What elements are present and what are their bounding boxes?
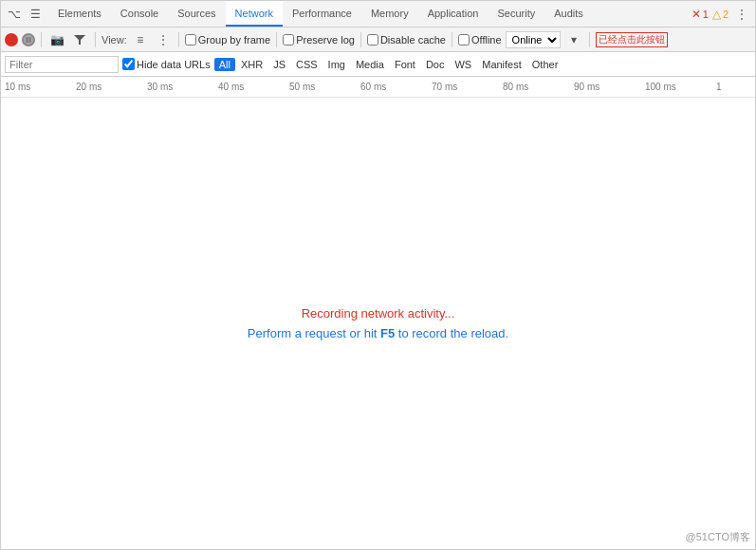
tab-application[interactable]: Application: [418, 1, 489, 27]
preserve-log-checkbox[interactable]: [283, 34, 294, 46]
hide-data-urls-text: Hide data URLs: [137, 59, 211, 70]
hint-text: Perform a request or hit F5 to record th…: [248, 326, 508, 340]
error-icon: ✕: [691, 8, 701, 21]
timeline-tick: 50 ms: [286, 82, 357, 92]
error-count: 1: [703, 9, 709, 20]
tab-security[interactable]: Security: [488, 1, 544, 27]
disable-cache-label[interactable]: Disable cache: [367, 34, 446, 46]
error-badge: ✕ 1: [691, 8, 709, 21]
tab-memory[interactable]: Memory: [361, 1, 418, 27]
preserve-log-text: Preserve log: [296, 34, 355, 46]
camera-button[interactable]: 📷: [47, 30, 66, 49]
group-by-frame-checkbox[interactable]: [185, 34, 196, 46]
timeline-tick: 30 ms: [143, 82, 214, 92]
f5-key: F5: [380, 326, 395, 340]
hide-data-urls-checkbox[interactable]: [122, 58, 135, 70]
separator-2: [95, 32, 96, 47]
separator-1: [41, 32, 42, 47]
offline-label[interactable]: Offline: [458, 34, 502, 46]
tree-view-btn[interactable]: ⋮: [154, 30, 173, 49]
main-content: Recording network activity... Perform a …: [1, 98, 755, 549]
record-button[interactable]: [5, 33, 18, 46]
timeline-tick: 90 ms: [570, 82, 641, 92]
svg-rect-0: [26, 37, 31, 43]
filter-type-xhr[interactable]: XHR: [236, 58, 267, 71]
warn-count: 2: [723, 9, 728, 20]
filter-type-font[interactable]: Font: [390, 58, 420, 71]
timeline-row: 10 ms20 ms30 ms40 ms50 ms60 ms70 ms80 ms…: [1, 77, 755, 98]
timeline-tick: 60 ms: [357, 82, 428, 92]
toolbar: 📷 View: ≡ ⋮ Group by frame Preserve log …: [1, 28, 755, 52]
timeline-tick: 100 ms: [641, 82, 712, 92]
filter-type-all[interactable]: All: [214, 58, 235, 71]
filter-icon: [74, 35, 85, 45]
timeline-tick: 70 ms: [428, 82, 499, 92]
tab-elements[interactable]: Elements: [48, 1, 111, 27]
timeline-tick: 10 ms: [1, 82, 72, 92]
filter-type-js[interactable]: JS: [268, 58, 290, 71]
view-label: View:: [101, 34, 127, 46]
stop-button[interactable]: [22, 33, 35, 46]
tab-console[interactable]: Console: [111, 1, 168, 27]
separator-5: [360, 32, 361, 47]
filter-input[interactable]: [5, 56, 119, 73]
chinese-note: 已经点击此按钮: [596, 32, 668, 47]
separator-4: [276, 32, 277, 47]
list-view-btn[interactable]: ≡: [131, 30, 150, 49]
timeline-tick: 1: [712, 82, 755, 92]
filter-type-doc[interactable]: Doc: [421, 58, 450, 71]
devtools-frame: ⌥ ☰ Elements Console Sources Network Per…: [0, 0, 756, 550]
offline-text: Offline: [471, 34, 502, 46]
filter-type-other[interactable]: Other: [527, 58, 563, 71]
tab-sources[interactable]: Sources: [168, 1, 225, 27]
filter-types: AllXHRJSCSSImgMediaFontDocWSManifestOthe…: [214, 58, 563, 71]
filter-button[interactable]: [70, 30, 89, 49]
separator-6: [452, 32, 452, 47]
warn-badge: △ 2: [712, 8, 728, 21]
filter-type-media[interactable]: Media: [351, 58, 389, 71]
separator-3: [178, 32, 179, 47]
devtools-close-btn[interactable]: ☰: [26, 5, 45, 24]
preserve-log-label[interactable]: Preserve log: [283, 34, 355, 46]
stop-icon: [26, 37, 31, 43]
filter-type-css[interactable]: CSS: [291, 58, 323, 71]
watermark: @51CTO博客: [686, 530, 750, 544]
tab-audits[interactable]: Audits: [544, 1, 593, 27]
devtools-toggle-btn[interactable]: ⌥: [5, 5, 24, 24]
throttle-select[interactable]: Online: [506, 31, 561, 48]
tab-network[interactable]: Network: [226, 1, 283, 27]
filter-type-manifest[interactable]: Manifest: [477, 58, 526, 71]
filter-row: Hide data URLs AllXHRJSCSSImgMediaFontDo…: [1, 52, 755, 77]
tab-list: Elements Console Sources Network Perform…: [48, 1, 593, 27]
throttle-dropdown-btn[interactable]: ▾: [564, 30, 583, 49]
group-by-frame-label[interactable]: Group by frame: [185, 34, 270, 46]
timeline-tick: 40 ms: [214, 82, 286, 92]
timeline-tick: 20 ms: [72, 82, 143, 92]
tab-performance[interactable]: Performance: [283, 1, 361, 27]
tab-bar: ⌥ ☰ Elements Console Sources Network Per…: [1, 1, 755, 28]
filter-type-ws[interactable]: WS: [450, 58, 476, 71]
group-by-frame-text: Group by frame: [198, 34, 270, 46]
recording-text: Recording network activity...: [302, 306, 455, 321]
disable-cache-checkbox[interactable]: [367, 34, 378, 46]
devtools-icons: ⌥ ☰: [5, 5, 45, 24]
svg-marker-1: [74, 35, 85, 45]
timeline-tick: 80 ms: [499, 82, 570, 92]
filter-type-img[interactable]: Img: [323, 58, 350, 71]
separator-7: [589, 32, 590, 47]
hide-data-urls-label[interactable]: Hide data URLs: [122, 58, 211, 70]
offline-checkbox[interactable]: [458, 34, 470, 46]
more-menu-btn[interactable]: ⋮: [732, 5, 751, 24]
disable-cache-text: Disable cache: [380, 34, 446, 46]
warn-icon: △: [712, 8, 721, 21]
timeline-ticks: 10 ms20 ms30 ms40 ms50 ms60 ms70 ms80 ms…: [1, 82, 755, 92]
